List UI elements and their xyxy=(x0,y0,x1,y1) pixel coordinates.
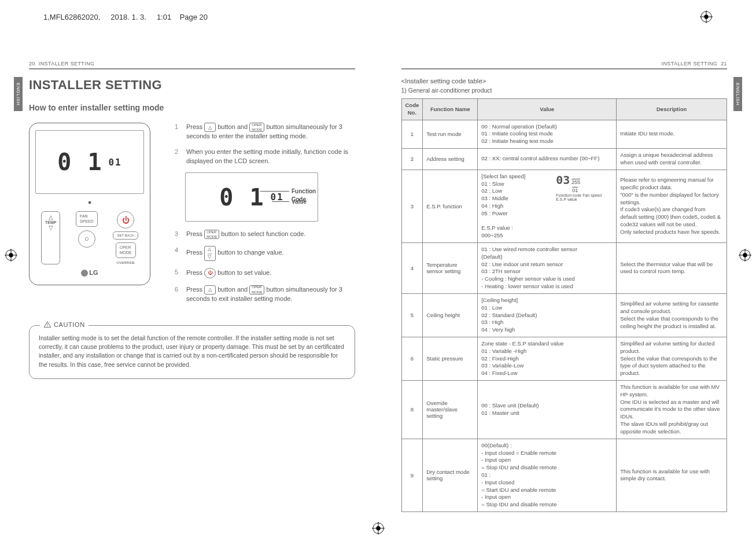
installer-code-table: Code No. Function Name Value Description… xyxy=(401,98,728,512)
table-row: 4Temperature sensor setting01 : Use wire… xyxy=(401,243,727,294)
col-code-no: Code No. xyxy=(401,99,423,120)
table-subcaption: 1) General air-conditioner product xyxy=(401,87,728,94)
table-row: 3E.S.P. function[Select fan speed] 01 : … xyxy=(401,170,727,242)
override-label: OVERRIDE xyxy=(117,261,135,264)
center-circle-button: ○ xyxy=(78,230,95,248)
running-head-right: INSTALLER SETTING 21 xyxy=(401,61,728,69)
cell-value: 01 : Use wired remote controller sensor … xyxy=(478,243,617,294)
cell-description: Select the thermistor value that will be… xyxy=(617,243,727,294)
cell-function-name: Test run mode xyxy=(423,120,478,148)
oper-mode-button: OPER MODE xyxy=(116,242,136,258)
step-3: 3 Press OPERMODE button to select functi… xyxy=(175,230,355,239)
up-down-button-icon: △—▽ xyxy=(204,246,216,260)
col-description: Description xyxy=(617,99,727,120)
warning-triangle-icon xyxy=(43,321,51,329)
cell-code-no: 4 xyxy=(401,243,423,294)
cell-function-name: E.S.P. function xyxy=(423,170,478,242)
cell-function-name: Address setting xyxy=(423,149,478,170)
page-number: 21 xyxy=(721,61,727,67)
table-row: 9Dry contact mode setting00(Default) : -… xyxy=(401,439,727,511)
caution-text: Installer setting mode is to set the det… xyxy=(39,334,345,369)
table-header-row: Code No. Function Name Value Description xyxy=(401,99,727,120)
table-row: 2Address setting02 : XX: central control… xyxy=(401,149,727,170)
section-title: How to enter installer setting mode xyxy=(29,103,355,112)
registration-mark-icon xyxy=(700,10,713,23)
cell-code-no: 9 xyxy=(401,439,423,511)
cell-code-no: 2 xyxy=(401,149,423,170)
steps-list: 1 Press △ button and OPERMODE button sim… xyxy=(175,123,355,310)
page-title: INSTALLER SETTING xyxy=(29,78,355,93)
col-value: Value xyxy=(478,99,617,120)
cell-value: 00(Default) : - Input closed = Enable re… xyxy=(478,439,617,511)
example-seg: 03 xyxy=(556,173,570,187)
step-6: 6 Press △ button and OPERMODE button sim… xyxy=(175,285,355,303)
setback-button: SET BACK xyxy=(113,231,138,240)
page-number: 20 xyxy=(29,61,35,67)
cell-function-name: Temperature sensor setting xyxy=(423,243,478,294)
cell-description: Initiate IDU test mode. xyxy=(617,120,727,148)
example-sub1: 255 xyxy=(571,179,580,185)
remote-lcd: 0 1 01 xyxy=(35,130,144,194)
cell-description: Simplified air volume setting for ducted… xyxy=(617,337,727,380)
oper-mode-button-icon: OPERMODE xyxy=(249,285,264,295)
col-function-name: Function Name xyxy=(423,99,478,120)
triangle-down-icon: ▽ xyxy=(49,225,53,231)
svg-point-13 xyxy=(47,326,47,326)
cell-value: 00 : Slave unit (Default) 01 : Master un… xyxy=(478,381,617,439)
registration-mark-icon xyxy=(372,522,385,535)
table-row: 5Ceiling height[Ceiling height] 01 : Low… xyxy=(401,293,727,337)
triangle-up-button-icon: △ xyxy=(204,285,216,295)
lcd-main-digits: 0 1 xyxy=(57,149,102,175)
cell-code-no: 8 xyxy=(401,381,423,439)
table-row: 1Test run mode00 : Normal operation (Def… xyxy=(401,120,727,148)
page-left: ENGLISH 20 INSTALLER SETTING INSTALLER S… xyxy=(0,43,378,552)
example-tiny-labels: Function code Fan speed E.S.P value xyxy=(556,193,613,201)
triangle-up-button-icon: △ xyxy=(204,123,216,132)
step-4: 4 Press △—▽ button to change value. xyxy=(175,246,355,260)
step-1: 1 Press △ button and OPERMODE button sim… xyxy=(175,123,355,141)
value-label: Value xyxy=(292,198,307,206)
step-5: 5 Press ⏻ button to set value. xyxy=(175,268,355,278)
print-crop-bar: 1,MFL62862020, 2018. 1. 3. 1:01 Page 20 xyxy=(43,10,713,23)
cell-description: This function is available for use with … xyxy=(617,381,727,439)
power-button: ⏻ xyxy=(117,211,134,229)
caution-box: CAUTION Installer setting mode is to set… xyxy=(29,325,355,379)
running-head-left: 20 INSTALLER SETTING xyxy=(29,61,355,69)
cell-function-name: Ceiling height xyxy=(423,293,478,337)
cell-code-no: 5 xyxy=(401,293,423,337)
temp-label: TEMP xyxy=(45,220,56,225)
lcd-sub-digits: 01 xyxy=(108,157,121,168)
temp-up-down-pad: △ TEMP ▽ xyxy=(41,211,60,264)
fan-speed-button: FAN SPEED xyxy=(76,211,98,227)
cell-description: Simplified air volume setting for casset… xyxy=(617,293,727,337)
lg-logo: LG xyxy=(35,269,144,277)
caution-label: CAUTION xyxy=(40,321,88,329)
cell-value: Zone state - E.S.P standard value 01 : V… xyxy=(478,337,617,380)
language-tab: ENGLISH xyxy=(14,77,23,111)
table-row: 8Override master/slave setting00 : Slave… xyxy=(401,381,727,439)
cell-description: Assign a unique hexadecimal address when… xyxy=(617,149,727,170)
page-right: ENGLISH INSTALLER SETTING 21 <Installer … xyxy=(378,43,757,552)
example-sub2: 01 xyxy=(572,187,578,193)
cell-function-name: Dry contact mode setting xyxy=(423,439,478,511)
cell-function-name: Override master/slave setting xyxy=(423,381,478,439)
print-file-ref: 1,MFL62862020, xyxy=(43,13,100,21)
lcd-example-main: 0 1 xyxy=(219,181,264,214)
power-button-icon: ⏻ xyxy=(204,268,216,278)
table-caption: <Installer setting code table> xyxy=(401,78,728,84)
cell-function-name: Static pressure xyxy=(423,337,478,380)
print-date: 2018. 1. 3. xyxy=(110,13,146,21)
print-page-ref: Page 20 xyxy=(180,13,208,21)
step-2: 2 When you enter the setting mode initia… xyxy=(175,148,355,165)
cell-value: 02 : XX: central control address number … xyxy=(478,149,617,170)
cell-description: Please refer to engineering manual for s… xyxy=(617,170,727,242)
print-time: 1:01 xyxy=(157,13,171,21)
oper-mode-button-icon: OPERMODE xyxy=(204,230,219,239)
lcd-example: 0 1 01 Function Code Value xyxy=(185,172,330,222)
triangle-up-icon: △ xyxy=(49,214,53,220)
remote-illustration: 0 1 01 ▪ △ TEMP ▽ FAN SPEED ○ xyxy=(29,123,162,310)
running-title: INSTALLER SETTING xyxy=(39,61,95,67)
cell-value: [Select fan speed] 01 : Slow 02 : Low 03… xyxy=(478,170,617,242)
remote-indicator-dot: ▪ xyxy=(35,197,144,208)
oper-mode-button-icon: OPERMODE xyxy=(249,123,264,132)
